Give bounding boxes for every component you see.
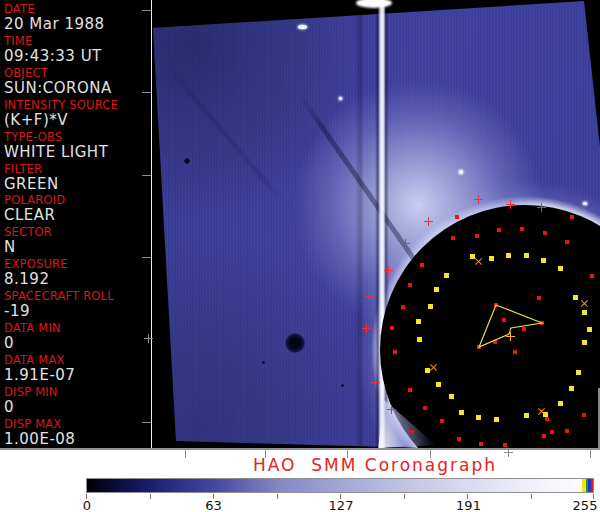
metadata-field: DATE20 Mar 1988 <box>4 3 150 34</box>
colorbar-tick <box>531 494 532 499</box>
field-value: 20 Mar 1988 <box>4 16 150 33</box>
metadata-field: FILTERGREEN <box>4 163 150 194</box>
field-label: DISP MAX <box>4 418 150 431</box>
colorbar-tick-label: 255 <box>573 498 598 512</box>
field-label: INTENSITY SOURCE <box>4 99 150 112</box>
field-value: N <box>4 239 150 256</box>
metadata-field: OBJECTSUN:CORONA <box>4 67 150 98</box>
field-value: CLEAR <box>4 207 150 224</box>
field-value: 0 <box>4 335 150 352</box>
metadata-field: POLAROIDCLEAR <box>4 194 150 225</box>
colorbar-tick <box>467 494 468 499</box>
colorbar-tick <box>150 494 151 499</box>
metadata-field: SPACECRAFT ROLL-19 <box>4 290 150 321</box>
colorbar-tick-label: 191 <box>456 498 481 512</box>
field-label: DISP MIN <box>4 386 150 399</box>
field-value: 09:43:33 UT <box>4 48 150 65</box>
field-value: WHITE LIGHT <box>4 144 150 161</box>
intensity-colorbar <box>86 478 594 493</box>
field-value: 1.91E-07 <box>4 367 150 384</box>
metadata-field: DISP MAX1.00E-08 <box>4 418 150 448</box>
colorbar-tick-label: 63 <box>205 498 222 512</box>
metadata-field: INTENSITY SOURCE(K+F)*V <box>4 99 150 130</box>
field-label: DATA MIN <box>4 322 150 335</box>
field-label: TIME <box>4 35 150 48</box>
metadata-field: TIME09:43:33 UT <box>4 35 150 66</box>
limb-marker-overlay <box>152 0 600 448</box>
metadata-field: DATA MAX1.91E-07 <box>4 354 150 385</box>
field-value: 1.00E-08 <box>4 431 150 448</box>
left-axis-line <box>151 0 153 448</box>
colorbar-tick-label: 0 <box>83 498 91 512</box>
field-label: OBJECT <box>4 67 150 80</box>
metadata-field: TYPE-OBSWHITE LIGHT <box>4 131 150 162</box>
field-label: FILTER <box>4 163 150 176</box>
field-label: DATA MAX <box>4 354 150 367</box>
colorbar-tick <box>404 494 405 499</box>
colorbar-tick <box>213 494 214 499</box>
field-value: GREEN <box>4 176 150 193</box>
image-panel <box>152 0 600 448</box>
bottom-axis-cross <box>504 452 513 453</box>
bottom-axis-line <box>0 448 600 450</box>
field-value: SUN:CORONA <box>4 80 150 97</box>
coronagraph-viewer-window: DATE20 Mar 1988TIME09:43:33 UTOBJECTSUN:… <box>0 0 600 512</box>
field-value: 0 <box>4 399 150 416</box>
metadata-field: EXPOSURE8.192 <box>4 258 150 289</box>
colorbar-tick <box>277 494 278 499</box>
field-value: 8.192 <box>4 271 150 288</box>
metadata-sidebar: DATE20 Mar 1988TIME09:43:33 UTOBJECTSUN:… <box>0 0 151 448</box>
field-value: (K+F)*V <box>4 112 150 129</box>
colorbar-tick <box>86 494 87 499</box>
metadata-field: SECTORN <box>4 226 150 257</box>
colorbar-tick <box>593 494 594 499</box>
metadata-field: DATA MIN0 <box>4 322 150 353</box>
field-label: SECTOR <box>4 226 150 239</box>
field-label: TYPE-OBS <box>4 131 150 144</box>
field-value: -19 <box>4 303 150 320</box>
colorbar-tick-label: 127 <box>329 498 354 512</box>
metadata-field: DISP MIN0 <box>4 386 150 417</box>
colorbar-tick <box>340 494 341 499</box>
image-caption: HAO SMM Coronagraph <box>150 455 600 473</box>
pointer-polygon <box>152 0 600 448</box>
